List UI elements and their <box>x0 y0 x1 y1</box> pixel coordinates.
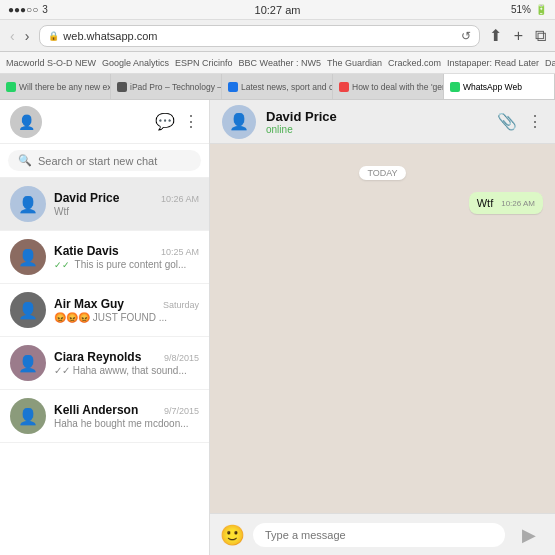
chat-item-kelli[interactable]: 👤 Kelli Anderson 9/7/2015 Haha he bought… <box>0 390 209 443</box>
search-container: 🔍 <box>8 150 201 171</box>
signal-indicator: ●●●○○ <box>8 4 38 15</box>
tab-2[interactable]: Latest news, sport and comm... <box>222 74 333 99</box>
chat-info-airmax: Air Max Guy Saturday 😡😡😡 JUST FOUND ... <box>54 297 199 323</box>
search-input[interactable] <box>38 155 191 167</box>
bookmark-bbc[interactable]: BBC Weather : NW5 <box>239 58 321 68</box>
chat-name-airmax: Air Max Guy <box>54 297 124 311</box>
bookmark-dailymotion[interactable]: Dailymotion <box>545 58 555 68</box>
bookmark-analytics[interactable]: Google Analytics <box>102 58 169 68</box>
chat-preview-airmax: 😡😡😡 JUST FOUND ... <box>54 312 199 323</box>
date-separator: TODAY <box>222 162 543 180</box>
back-button[interactable]: ‹ <box>6 26 19 46</box>
avatar-airmax: 👤 <box>10 292 46 328</box>
chat-panel-header: 👤 David Price online 📎 ⋮ <box>210 100 555 144</box>
search-bar: 🔍 <box>0 144 209 178</box>
date-pill: TODAY <box>359 166 405 180</box>
tab-4[interactable]: WhatsApp Web <box>444 74 555 99</box>
bookmark-guardian[interactable]: The Guardian <box>327 58 382 68</box>
chat-time-david: 10:26 AM <box>161 194 199 204</box>
chat-info-kelli: Kelli Anderson 9/7/2015 Haha he bought m… <box>54 403 199 429</box>
chat-item-david[interactable]: 👤 David Price 10:26 AM Wtf <box>0 178 209 231</box>
tab-favicon-4 <box>450 82 460 92</box>
tab-0[interactable]: Will there be any new expans... <box>0 74 111 99</box>
address-url: web.whatsapp.com <box>63 30 157 42</box>
chat-name-row-kelli: Kelli Anderson 9/7/2015 <box>54 403 199 417</box>
nav-buttons: ‹ › <box>6 26 33 46</box>
my-avatar[interactable]: 👤 <box>10 106 42 138</box>
tab-favicon-0 <box>6 82 16 92</box>
my-avatar-icon: 👤 <box>18 114 35 130</box>
chat-name-row-airmax: Air Max Guy Saturday <box>54 297 199 311</box>
battery-label: 51% <box>511 4 531 15</box>
sidebar-header: 👤 💬 ⋮ <box>0 100 209 144</box>
avatar-airmax-icon: 👤 <box>18 301 38 320</box>
compose-icon[interactable]: 💬 <box>155 112 175 131</box>
chat-name-david: David Price <box>54 191 119 205</box>
new-tab-button[interactable]: + <box>511 26 526 46</box>
chat-item-ciara[interactable]: 👤 Ciara Reynolds 9/8/2015 ✓✓ Haha awww, … <box>0 337 209 390</box>
tab-label-0: Will there be any new expans... <box>19 82 111 92</box>
chat-list: 👤 David Price 10:26 AM Wtf 👤 <box>0 178 209 555</box>
tab-favicon-2 <box>228 82 238 92</box>
bookmark-instapaper[interactable]: Instapaper: Read Later <box>447 58 539 68</box>
message-time-0: 10:26 AM <box>501 199 535 208</box>
chat-time-airmax: Saturday <box>163 300 199 310</box>
chat-item-katie[interactable]: 👤 Katie Davis 10:25 AM ✓✓ This is pure c… <box>0 231 209 284</box>
chat-header-info: David Price online <box>266 109 487 135</box>
message-text-0: Wtf <box>477 197 494 209</box>
chat-header-name: David Price <box>266 109 487 124</box>
chat-item-airmax[interactable]: 👤 Air Max Guy Saturday 😡😡😡 JUST FOUND ..… <box>0 284 209 337</box>
bookmark-macworld[interactable]: Macworld S-O-D NEW <box>6 58 96 68</box>
tab-favicon-3 <box>339 82 349 92</box>
chat-preview-ciara: ✓✓ Haha awww, that sound... <box>54 365 199 376</box>
chat-more-options-icon[interactable]: ⋮ <box>527 112 543 131</box>
emoji-button[interactable]: 🙂 <box>220 523 245 547</box>
chat-name-row-katie: Katie Davis 10:25 AM <box>54 244 199 258</box>
tab-label-2: Latest news, sport and comm... <box>241 82 333 92</box>
chat-preview-david: Wtf <box>54 206 199 217</box>
avatar-kelli-icon: 👤 <box>18 407 38 426</box>
bookmarks-bar: Macworld S-O-D NEW Google Analytics ESPN… <box>0 52 555 74</box>
tab-label-3: How to deal with the 'gentle... <box>352 82 444 92</box>
chat-info-david: David Price 10:26 AM Wtf <box>54 191 199 217</box>
send-button[interactable]: ▶ <box>513 519 545 551</box>
search-icon: 🔍 <box>18 154 32 167</box>
status-left: ●●●○○ 3 <box>8 4 48 15</box>
bookmark-espn[interactable]: ESPN Cricinfo <box>175 58 233 68</box>
message-input[interactable] <box>253 523 505 547</box>
chat-info-katie: Katie Davis 10:25 AM ✓✓ This is pure con… <box>54 244 199 270</box>
avatar-ciara: 👤 <box>10 345 46 381</box>
tab-favicon-1 <box>117 82 127 92</box>
tab-1[interactable]: iPad Pro – Technology – Apple <box>111 74 222 99</box>
avatar-ciara-icon: 👤 <box>18 354 38 373</box>
tab-3[interactable]: How to deal with the 'gentle... <box>333 74 444 99</box>
attachment-icon[interactable]: 📎 <box>497 112 517 131</box>
carrier-label: 3 <box>42 4 48 15</box>
status-bar: ●●●○○ 3 10:27 am 51% 🔋 <box>0 0 555 20</box>
chat-name-ciara: Ciara Reynolds <box>54 350 141 364</box>
forward-button[interactable]: › <box>21 26 34 46</box>
messages-area: TODAY Wtf 10:26 AM <box>210 144 555 513</box>
more-options-icon[interactable]: ⋮ <box>183 112 199 131</box>
address-bar[interactable]: 🔒 web.whatsapp.com ↺ <box>39 25 479 47</box>
chat-name-katie: Katie Davis <box>54 244 119 258</box>
avatar-david: 👤 <box>10 186 46 222</box>
tab-label-4: WhatsApp Web <box>463 82 522 92</box>
chat-header-icons: 📎 ⋮ <box>497 112 543 131</box>
chat-time-kelli: 9/7/2015 <box>164 406 199 416</box>
avatar-kelli: 👤 <box>10 398 46 434</box>
tabs-bar: Will there be any new expans... iPad Pro… <box>0 74 555 100</box>
chat-info-ciara: Ciara Reynolds 9/8/2015 ✓✓ Haha awww, th… <box>54 350 199 376</box>
chat-preview-katie: ✓✓ This is pure content gol... <box>54 259 199 270</box>
status-time: 10:27 am <box>255 4 301 16</box>
bookmark-cracked[interactable]: Cracked.com <box>388 58 441 68</box>
share-button[interactable]: ⬆ <box>486 25 505 46</box>
chat-header-avatar[interactable]: 👤 <box>222 105 256 139</box>
chat-preview-kelli: Haha he bought me mcdoon... <box>54 418 199 429</box>
browser-toolbar: ‹ › 🔒 web.whatsapp.com ↺ ⬆ + ⧉ <box>0 20 555 52</box>
reload-button[interactable]: ↺ <box>461 29 471 43</box>
chat-name-kelli: Kelli Anderson <box>54 403 138 417</box>
chat-name-row-ciara: Ciara Reynolds 9/8/2015 <box>54 350 199 364</box>
tabs-button[interactable]: ⧉ <box>532 26 549 46</box>
chat-name-row-david: David Price 10:26 AM <box>54 191 199 205</box>
